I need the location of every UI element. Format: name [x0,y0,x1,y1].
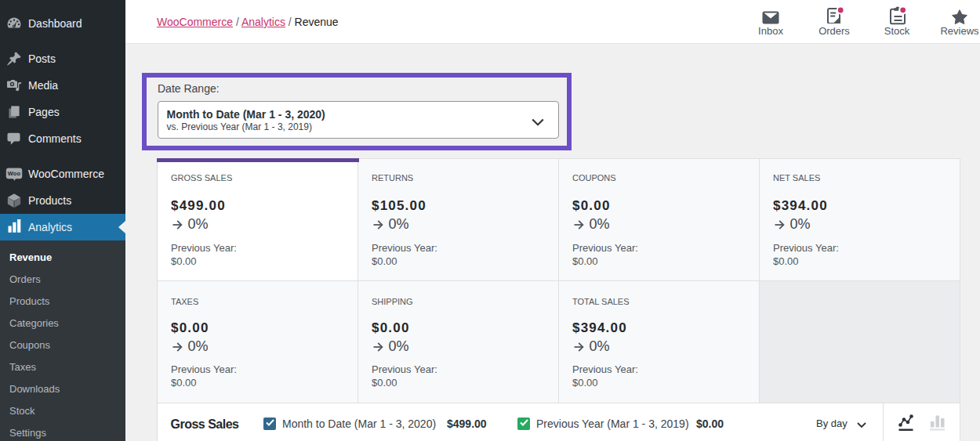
svg-text:Woo: Woo [8,170,21,177]
